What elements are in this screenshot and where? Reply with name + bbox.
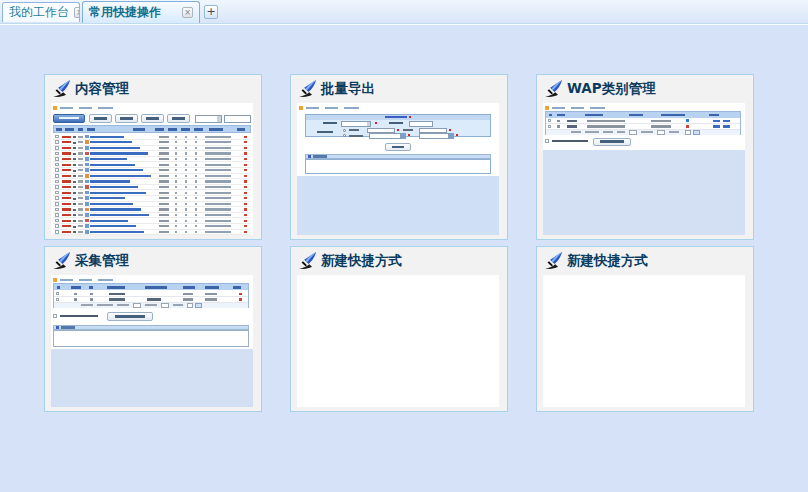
thumbnail-detail [175,214,177,216]
shortcut-rocket-icon [298,79,317,98]
thumbnail-detail [53,229,251,230]
thumbnail-detail [685,130,691,135]
thumbnail-detail [244,158,247,160]
tab-quick-actions[interactable]: 常用快捷操作 × [82,1,200,23]
panel-thumbnail[interactable] [51,103,253,235]
thumbnail-detail [62,152,71,154]
thumbnail-detail [567,120,577,122]
panel-thumbnail[interactable] [543,103,745,235]
panel-header: 新建快捷方式 [298,251,402,270]
thumbnail-detail [175,141,177,143]
thumbnail-detail [244,169,247,171]
thumbnail-detail [145,286,167,289]
thumbnail-detail [392,146,404,148]
thumbnail-detail [85,224,89,228]
thumbnail-detail [90,175,151,177]
thumbnail-detail [62,192,71,194]
thumbnail-detail [308,155,311,157]
shortcut-panel-wap-category[interactable]: WAP类别管理 [536,74,754,240]
thumbnail-detail [53,184,251,185]
thumbnail-detail [397,129,399,131]
tab-close-icon[interactable]: × [74,7,80,18]
thumbnail-detail [159,141,169,143]
shortcut-panel-collection-management[interactable]: 采集管理 [44,246,262,412]
thumbnail-detail [172,117,185,119]
shortcut-rocket-icon [298,251,317,270]
shortcut-panel-content-management[interactable]: 内容管理 [44,74,262,240]
thumbnail-detail [244,192,247,194]
thumbnail-detail [545,139,549,143]
new-tab-button[interactable]: + [204,5,218,19]
shortcut-panel-new-shortcut-2[interactable]: 新建快捷方式 [536,246,754,412]
shortcut-panel-new-shortcut-1[interactable]: 新建快捷方式 [290,246,508,412]
thumbnail-detail [244,208,247,210]
thumbnail-detail [244,147,247,149]
thumbnail-detail [159,186,169,188]
thumbnail-detail [90,152,148,154]
panel-title: 批量导出 [321,80,375,98]
thumbnail-detail [244,220,247,222]
panel-thumbnail[interactable] [297,275,499,407]
thumbnail-detail [78,164,83,166]
thumbnail-detail [548,119,551,122]
thumbnail-detail [175,203,177,205]
thumbnail-detail [53,150,251,151]
thumbnail-detail [85,180,89,184]
tab-label: 我的工作台 [9,4,69,21]
tab-close-icon[interactable]: × [182,7,193,18]
thumbnail-detail [78,208,83,210]
thumbnail-detail [217,116,221,122]
thumbnail-detail [195,164,197,166]
thumbnail-detail [195,203,197,205]
panel-title: WAP类别管理 [567,80,656,98]
thumbnail-detail [205,286,219,289]
panel-thumbnail[interactable] [297,103,499,235]
thumbnail-detail [90,169,143,171]
thumbnail-detail [55,157,59,161]
thumbnail-detail [159,169,169,171]
thumbnail-detail [62,158,71,160]
thumbnail-detail [53,278,57,282]
thumbnail-detail [159,164,169,166]
thumbnail-detail [85,185,89,189]
thumbnail-detail [571,107,584,109]
thumbnail-detail [233,286,241,289]
thumbnail-detail [53,206,251,207]
shortcut-panel-batch-export[interactable]: 批量导出 [290,74,508,240]
thumbnail-detail [117,304,129,306]
thumbnail-detail [546,123,740,124]
panel-thumbnail[interactable] [543,275,745,407]
thumbnail-detail [90,186,138,188]
thumbnail-detail [78,169,83,171]
thumbnail-detail [299,106,303,110]
thumbnail-detail [56,292,59,295]
thumbnail-detail [543,150,745,235]
thumbnail-detail [73,203,76,205]
thumbnail-detail [723,120,730,122]
thumbnail-detail [55,191,59,195]
thumbnail-detail [54,296,248,297]
thumbnail-detail [78,147,83,149]
thumbnail-detail [244,231,247,233]
thumbnail-detail [78,214,83,216]
thumbnail-detail [62,175,71,177]
thumbnail-detail [403,129,413,131]
thumbnail-detail [205,141,231,143]
thumbnail-detail [73,220,76,222]
tab-my-workspace[interactable]: 我的工作台 × [2,2,80,22]
thumbnail-detail [183,286,195,289]
thumbnail-detail [73,231,76,233]
thumbnail-detail [120,117,133,119]
thumbnail-detail [205,180,231,182]
thumbnail-detail [159,203,169,205]
thumbnail-detail [85,168,89,172]
thumbnail-detail [545,106,549,110]
panel-header: 内容管理 [52,79,129,98]
thumbnail-detail [159,220,169,222]
panel-header: 采集管理 [52,251,129,270]
thumbnail-detail [55,140,59,144]
thumbnail-detail [62,147,71,149]
thumbnail-detail [159,147,169,149]
thumbnail-detail [205,158,231,160]
panel-thumbnail[interactable] [51,275,253,407]
